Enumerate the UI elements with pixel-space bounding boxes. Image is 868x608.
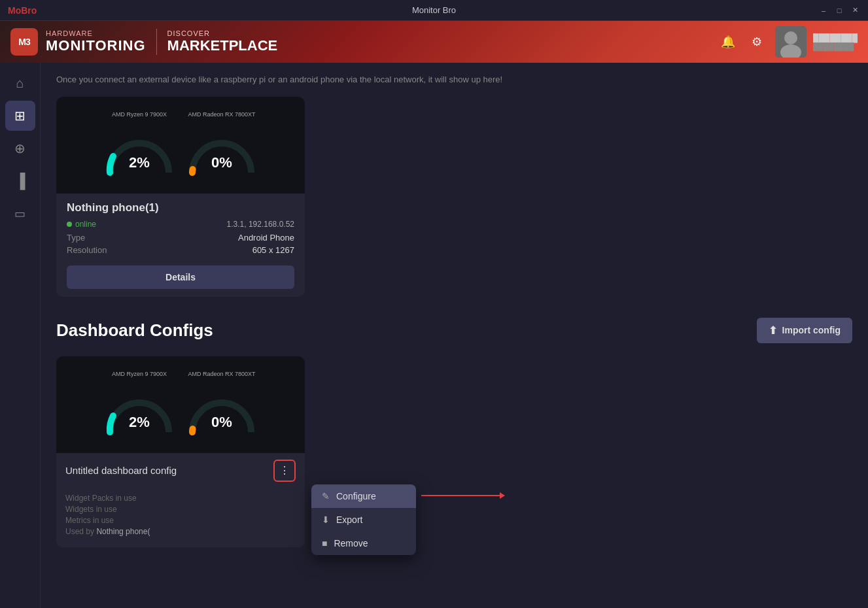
- config-detail-metrics: Metrics in use: [65, 516, 296, 525]
- settings-button[interactable]: ⚙: [746, 31, 767, 52]
- app-header: M3 Hardware MoNiToRING Discover MARKETPL…: [0, 21, 868, 63]
- details-button[interactable]: Details: [67, 265, 294, 289]
- config-gauge2-value: 0%: [211, 414, 232, 431]
- sidebar-item-home[interactable]: ⌂: [5, 68, 35, 98]
- home-icon: ⌂: [16, 76, 24, 91]
- config-gauge1: 2%: [103, 380, 175, 439]
- header-divider: [156, 29, 157, 55]
- remove-icon: ■: [322, 538, 327, 549]
- metrics-label: Metrics in use: [65, 516, 114, 525]
- remove-label: Remove: [334, 538, 368, 549]
- config-preview: AMD Ryzen 9 7900X 2% AMD Radeon RX 7800X…: [56, 356, 305, 453]
- logo-icon: M3: [10, 28, 38, 56]
- import-icon: ⬆: [769, 324, 777, 337]
- notification-button[interactable]: 🔔: [718, 31, 738, 52]
- resolution-label: Resolution: [67, 245, 107, 255]
- context-menu-remove[interactable]: ■ Remove: [311, 532, 416, 555]
- context-menu-export[interactable]: ⬇ Export: [311, 508, 416, 532]
- widgets-label: Widgets in use: [65, 505, 117, 514]
- import-config-button[interactable]: ⬆ Import config: [757, 318, 852, 343]
- config-name-text: Untitled dashboard config: [65, 465, 177, 476]
- configure-label: Configure: [336, 491, 376, 501]
- stats-icon: ▐: [15, 173, 26, 190]
- config-menu-button[interactable]: ⋮: [273, 460, 296, 482]
- config-gauge2-label: AMD Radeon RX 7800XT: [188, 371, 255, 377]
- config-card: AMD Ryzen 9 7900X 2% AMD Radeon RX 7800X…: [56, 356, 305, 547]
- dashboard-icon: ⊞: [14, 108, 26, 124]
- used-by-label: Used by: [65, 527, 94, 536]
- sidebar-item-stats[interactable]: ▐: [5, 166, 35, 196]
- arrow-line-body: [421, 495, 500, 496]
- device-name: Nothing phone(1): [67, 201, 294, 214]
- arrow-head: [500, 492, 505, 499]
- user-sub: ████████: [813, 42, 858, 50]
- arrow-indicator: [421, 492, 505, 499]
- export-icon: ⬇: [322, 515, 330, 525]
- marketplace-label: MARKETPLACE: [167, 37, 278, 54]
- gauge2-label: AMD Radeon RX 7800XT: [188, 111, 255, 118]
- gauge2-container: AMD Radeon RX 7800XT 0%: [186, 111, 258, 179]
- window-title: Monitor Bro: [412, 5, 456, 15]
- sidebar-item-plugins[interactable]: ⊕: [5, 133, 35, 163]
- export-label: Export: [336, 515, 362, 525]
- widget-packs-label: Widget Packs in use: [65, 494, 137, 503]
- gauge1-label: AMD Ryzen 9 7900X: [112, 111, 167, 118]
- context-menu-configure[interactable]: ✎ Configure: [311, 484, 416, 508]
- content-area: Once you connect an external device like…: [41, 63, 868, 608]
- gauge1-value: 2%: [129, 154, 150, 171]
- sidebar: ⌂ ⊞ ⊕ ▐ ▭: [0, 63, 41, 608]
- gauge2-value: 0%: [211, 154, 232, 171]
- title-bar: MoBro Monitor Bro – □ ✕: [0, 0, 868, 21]
- title-bar-left: MoBro: [8, 5, 37, 16]
- device-status-row: online 1.3.1, 192.168.0.52: [67, 220, 294, 229]
- logo-text: Hardware MoNiToRING: [46, 29, 146, 54]
- svg-point-1: [784, 31, 797, 44]
- monitoring-label: MoNiToRING: [46, 37, 146, 54]
- info-text: Once you connect an external device like…: [56, 73, 852, 86]
- discover-area: Discover MARKETPLACE: [167, 29, 278, 54]
- discover-label: Discover: [167, 29, 278, 37]
- device-preview: AMD Ryzen 9 7900X 2% AMD Radeon RX 7800X…: [56, 97, 305, 194]
- close-button[interactable]: ✕: [850, 5, 860, 16]
- status-label: online: [75, 220, 96, 229]
- sidebar-item-display[interactable]: ▭: [5, 199, 35, 229]
- user-info: ████████ ████████: [813, 33, 858, 50]
- config-detail-widgets: Widgets in use: [65, 505, 296, 514]
- user-name: ████████: [813, 33, 858, 42]
- window-controls[interactable]: – □ ✕: [818, 5, 860, 16]
- used-by-value: Nothing phone(: [96, 527, 150, 536]
- status-online: online: [67, 220, 96, 229]
- hardware-label: Hardware: [46, 29, 146, 37]
- config-detail-used-by: Used by Nothing phone(: [65, 527, 296, 536]
- context-menu: ✎ Configure ⬇ Export ■ Remove: [311, 484, 416, 555]
- sidebar-item-dashboard[interactable]: ⊞: [5, 101, 35, 131]
- user-area[interactable]: ████████ ████████: [775, 26, 858, 58]
- type-value: Android Phone: [238, 233, 294, 243]
- user-avatar: [775, 26, 807, 58]
- gauge1: 2%: [103, 120, 175, 179]
- minimize-button[interactable]: –: [818, 5, 829, 16]
- config-gauge1-label: AMD Ryzen 9 7900X: [112, 371, 167, 377]
- resolution-value: 605 x 1267: [252, 245, 294, 255]
- gauge2: 0%: [186, 120, 258, 179]
- config-gauge2: 0%: [186, 380, 258, 439]
- config-gauge1-value: 2%: [129, 414, 150, 431]
- config-detail-widget-packs: Widget Packs in use: [65, 494, 296, 503]
- dashboard-section-title: Dashboard Configs: [56, 320, 213, 341]
- dashboard-section-header: Dashboard Configs ⬆ Import config: [56, 318, 852, 343]
- device-card: AMD Ryzen 9 7900X 2% AMD Radeon RX 7800X…: [56, 97, 305, 297]
- maximize-button[interactable]: □: [834, 5, 844, 16]
- plugins-icon: ⊕: [14, 141, 26, 156]
- status-dot: [67, 222, 72, 227]
- config-gauge2-container: AMD Radeon RX 7800XT 0%: [186, 371, 258, 439]
- logo-area: M3 Hardware MoNiToRING: [10, 28, 146, 56]
- header-right: 🔔 ⚙ ████████ ████████: [718, 26, 858, 58]
- config-details: Widget Packs in use Widgets in use Metri…: [56, 488, 305, 547]
- type-row: Type Android Phone: [67, 233, 294, 243]
- main-layout: ⌂ ⊞ ⊕ ▐ ▭ Once you connect an external d…: [0, 63, 868, 608]
- config-gauge1-container: AMD Ryzen 9 7900X 2%: [103, 371, 175, 439]
- import-label: Import config: [782, 325, 841, 335]
- version-ip: 1.3.1, 192.168.0.52: [227, 220, 294, 229]
- gauge1-container: AMD Ryzen 9 7900X 2%: [103, 111, 175, 179]
- config-card-inner: AMD Ryzen 9 7900X 2% AMD Radeon RX 7800X…: [56, 356, 305, 547]
